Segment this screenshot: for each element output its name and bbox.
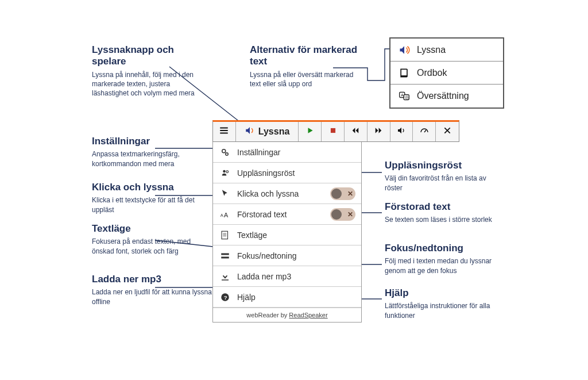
toolbar-rewind-button[interactable]: [345, 122, 368, 141]
menu-help[interactable]: ? Hjälp: [213, 287, 361, 308]
menu-label: Klicka och lyssna: [237, 189, 330, 198]
annotation-player: Lyssnaknapp och spelare Lyssna på innehå…: [92, 44, 207, 98]
annotation-title: Uppläsningsröst: [385, 160, 505, 171]
svg-rect-4: [330, 128, 335, 133]
annotation-desc: Klicka i ett textstycke för att få det u…: [92, 195, 212, 214]
menu-download[interactable]: Ladda ner mp3: [213, 266, 361, 287]
annotation-title: Ladda ner mp3: [92, 274, 212, 285]
text-size-icon: AA: [219, 209, 231, 220]
speaker-icon: [245, 125, 255, 138]
toggle-off-icon: ✕: [347, 190, 353, 198]
annotation-voice: Uppläsningsröst Välj din favoritröst frå…: [385, 160, 505, 193]
menu-label: Förstorad text: [237, 210, 330, 219]
document-icon: [219, 230, 231, 240]
annotation-desc: Anpassa textmarkeringsfärg, kortkommando…: [92, 149, 212, 168]
annotation-title: Fokus/nedtoning: [385, 243, 505, 254]
annotation-clicklisten: Klicka och lyssna Klicka i ett textstyck…: [92, 182, 212, 214]
volume-icon: [397, 126, 406, 137]
svg-text:A: A: [220, 212, 223, 217]
toolbar-close-button[interactable]: [436, 122, 459, 141]
annotation-desc: Välj din favoritröst från en lista av rö…: [385, 174, 505, 192]
toolbar-speed-button[interactable]: [413, 122, 436, 141]
annotation-help: Hjälp Lättförståeliga instruktioner för …: [385, 287, 505, 320]
annotation-desc: Följ med i texten medan du lyssnar genom…: [385, 256, 505, 275]
svg-point-6: [226, 152, 229, 155]
stop-icon: [329, 126, 337, 137]
hamburger-icon: [219, 125, 229, 138]
gauge-icon: [419, 125, 430, 138]
translate-icon: A语: [397, 90, 411, 102]
selection-context-menu: Lyssna Ordbok A语 Översättning: [389, 37, 504, 109]
svg-text:语: 语: [405, 95, 409, 99]
rewind-icon: [351, 126, 360, 137]
dropdown-footer: webReader by ReadSpeaker: [213, 308, 361, 322]
menu-enlarge[interactable]: AA Förstorad text ✕: [213, 204, 361, 225]
toolbar-play-button[interactable]: [299, 122, 322, 141]
svg-text:?: ?: [224, 294, 227, 300]
toolbar-listen-button[interactable]: Lyssna: [236, 122, 299, 141]
svg-point-7: [223, 170, 226, 172]
listen-label: Lyssna: [258, 126, 290, 137]
menu-voice[interactable]: Uppläsningsröst: [213, 163, 361, 183]
toggle-clicklisten[interactable]: ✕: [330, 187, 355, 200]
annotation-title: Hjälp: [385, 287, 505, 299]
toggle-knob: [331, 209, 342, 220]
menu-focus[interactable]: Fokus/nedtoning: [213, 245, 361, 266]
menu-label: Ladda ner mp3: [237, 272, 355, 281]
menu-label: Fokus/nedtoning: [237, 251, 355, 260]
speaker-icon: [397, 44, 411, 56]
toolbar-stop-button[interactable]: [322, 122, 345, 141]
book-icon: [397, 67, 411, 79]
annotation-title: Inställningar: [92, 136, 212, 147]
svg-text:A: A: [224, 211, 229, 218]
focus-icon: [219, 251, 231, 261]
annotation-download: Ladda ner mp3 Ladda ner en ljudfil för a…: [92, 274, 212, 306]
voice-icon: [219, 168, 231, 178]
footer-link[interactable]: ReadSpeaker: [289, 312, 327, 318]
annotation-title: Förstorad text: [385, 201, 492, 213]
annotation-title: Textläge: [92, 223, 212, 235]
annotation-enlarge: Förstorad text Se texten som läses i stö…: [385, 201, 492, 225]
annotation-desc: Lyssna på innehåll, följ med i den marke…: [92, 70, 207, 98]
context-listen[interactable]: Lyssna: [390, 39, 503, 62]
context-label: Ordbok: [417, 68, 447, 78]
player-dropdown-menu: Inställningar Uppläsningsröst Klicka och…: [212, 142, 362, 323]
annotation-title: Klicka och lyssna: [92, 182, 212, 193]
menu-settings[interactable]: Inställningar: [213, 142, 361, 163]
svg-rect-12: [221, 253, 229, 255]
close-icon: [443, 126, 451, 137]
svg-point-8: [226, 170, 229, 172]
context-translate[interactable]: A语 Översättning: [390, 85, 503, 108]
annotation-selection: Alternativ för markerad text Lyssna på e…: [250, 44, 365, 89]
annotation-textmode: Textläge Fokusera på endast texten, med …: [92, 223, 212, 256]
toolbar-menu-button[interactable]: [213, 122, 236, 141]
play-icon: [306, 126, 314, 137]
context-label: Lyssna: [417, 45, 446, 55]
svg-point-5: [222, 149, 226, 152]
menu-textmode[interactable]: Textläge: [213, 225, 361, 245]
menu-label: Inställningar: [237, 148, 355, 157]
toolbar-volume-button[interactable]: [390, 122, 413, 141]
annotation-title: Lyssnaknapp och spelare: [92, 44, 207, 68]
annotation-settings: Inställningar Anpassa textmarkeringsfärg…: [92, 136, 212, 168]
footer-prefix: webReader by: [246, 312, 289, 318]
svg-rect-13: [221, 256, 229, 258]
toolbar-forward-button[interactable]: [368, 122, 390, 141]
player-toolbar: Lyssna: [212, 120, 459, 142]
forward-icon: [374, 126, 383, 137]
menu-label: Hjälp: [237, 293, 355, 302]
toggle-off-icon: ✕: [347, 210, 353, 218]
toggle-enlarge[interactable]: ✕: [330, 208, 355, 221]
menu-clicklisten[interactable]: Klicka och lyssna ✕: [213, 183, 361, 204]
annotation-desc: Ladda ner en ljudfil för att kunna lyssn…: [92, 287, 212, 306]
cursor-click-icon: [219, 189, 231, 199]
annotation-desc: Lyssna på eller översätt markerad text e…: [250, 70, 365, 89]
annotation-title: Alternativ för markerad text: [250, 44, 365, 68]
annotation-desc: Se texten som läses i större storlek: [385, 215, 492, 224]
context-dictionary[interactable]: Ordbok: [390, 62, 503, 85]
svg-rect-11: [222, 231, 228, 239]
menu-label: Uppläsningsröst: [237, 168, 355, 178]
context-label: Översättning: [417, 91, 469, 101]
gear-icon: [219, 147, 231, 158]
svg-text:A: A: [401, 93, 404, 97]
